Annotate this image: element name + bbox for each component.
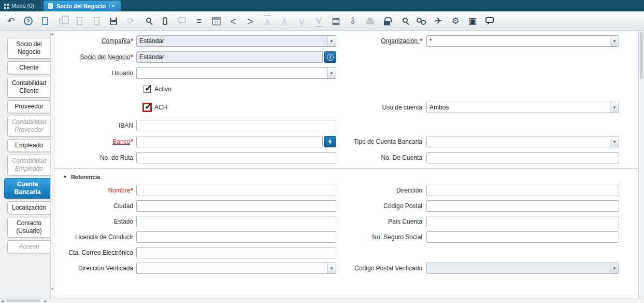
zoom-magnifier-icon (403, 18, 408, 23)
seguro-social-input[interactable] (426, 231, 619, 243)
uso-de-cuenta-select[interactable]: Ambos ▾ (426, 102, 619, 113)
banco-input[interactable] (136, 136, 323, 147)
sidebar-tab-contacto-usuario[interactable]: Contacto (Usuario) (7, 217, 50, 238)
settings-button[interactable]: ⚙ (449, 15, 462, 28)
toggle-grid-button[interactable]: ≡ (192, 15, 206, 28)
print-button[interactable] (363, 15, 377, 28)
sidebar-tab-socio-del-negocio[interactable]: Socio del Negocio (7, 38, 50, 59)
sidebar-tab-localizacion[interactable]: Localización (7, 201, 50, 214)
workflow-button[interactable] (414, 15, 428, 28)
printer-icon (366, 20, 374, 24)
row-iban: IBAN (54, 120, 638, 131)
delete-selection-button[interactable] (90, 15, 103, 28)
usuario-select[interactable]: ▾ (136, 67, 336, 79)
dropdown-arrow-icon[interactable]: ▾ (610, 36, 619, 46)
next-record-button[interactable]: > (244, 15, 257, 28)
scroll-down-icon[interactable]: ▼ (51, 287, 54, 291)
dropdown-arrow-icon[interactable]: ▾ (327, 36, 336, 46)
new-record-button[interactable] (38, 15, 52, 28)
request-button[interactable]: ✈ (432, 15, 445, 28)
row-banco-tipo: Banco* Tipo de Cuenta Bancaria ▾ (54, 136, 638, 147)
undo-button[interactable]: ↶ (4, 15, 18, 28)
save-button[interactable] (107, 15, 120, 28)
tipo-cuenta-bancaria-select[interactable]: ▾ (426, 136, 619, 147)
last-record-button[interactable]: ∨ (312, 15, 325, 28)
parent-record-button[interactable]: ∧ (278, 15, 291, 28)
chat-button[interactable] (175, 15, 189, 28)
calendar-button[interactable]: 31 (209, 15, 223, 28)
report-button[interactable]: ▤ (329, 15, 342, 28)
sidebar-tab-empleado[interactable]: Empleado (7, 139, 50, 152)
dropdown-arrow-icon[interactable]: ▾ (610, 263, 619, 273)
sidebar-tab-cuenta-bancaria[interactable]: Cuenta Bancaria (4, 178, 50, 199)
archive-button[interactable]: ⇩ (346, 15, 360, 28)
close-icon[interactable]: × (109, 3, 116, 9)
licencia-input[interactable] (136, 231, 336, 243)
detail-record-button[interactable]: ∨ (295, 15, 308, 28)
compania-select[interactable]: Estándar ▾ (136, 35, 336, 47)
gear-icon: ⚙ (451, 17, 459, 25)
workflow-nodes-icon (417, 18, 426, 25)
activo-checkbox[interactable]: ✓ (144, 86, 151, 93)
iban-input[interactable] (136, 120, 336, 131)
socio-input[interactable] (136, 51, 323, 63)
sidebar-tab-cliente[interactable]: Cliente (7, 61, 50, 74)
referencia-title: Referencia (71, 174, 100, 180)
no-de-cuenta-label: No. De Cuenta (337, 154, 426, 161)
help-button[interactable]: ? (21, 15, 35, 28)
codigo-postal-verificado-select[interactable]: ▾ (426, 263, 619, 274)
scroll-right-icon[interactable]: ▶ (45, 299, 47, 302)
horizontal-scroll-thumb[interactable] (6, 299, 40, 302)
organizacion-select[interactable]: * ▾ (426, 35, 619, 47)
no-de-cuenta-input[interactable] (426, 152, 619, 163)
find-button[interactable] (141, 15, 154, 28)
delete-record-button[interactable] (73, 15, 86, 28)
sidebar-tab-proveedor[interactable]: Proveedor (7, 100, 50, 113)
sidebar-tab-contabilidad-empleado[interactable]: Contabilidad Empleado (7, 155, 50, 175)
activo-label: Activo (154, 86, 171, 93)
trash-icon (94, 19, 99, 25)
copy-record-button[interactable] (55, 15, 69, 28)
lock-button[interactable] (380, 15, 394, 28)
window-tab-socio-del-negocio[interactable]: Socio del Negocio × (44, 1, 121, 11)
codigo-postal-label: Código Postal (337, 202, 426, 210)
sidebar-tab-contabilidad-proveedor[interactable]: Contabilidad Proveedor (7, 116, 50, 136)
row-verificados: Dirección Verificada ▾ Código Postal Ver… (54, 263, 638, 274)
no-de-ruta-input[interactable] (136, 152, 336, 163)
vertical-scrollbar[interactable] (638, 31, 644, 298)
estado-input[interactable] (136, 216, 336, 227)
refresh-button[interactable]: ⟳ (124, 15, 137, 28)
dropdown-arrow-icon[interactable]: ▾ (327, 263, 336, 273)
zoom-across-button[interactable] (397, 15, 411, 28)
attachment-button[interactable] (158, 15, 171, 28)
window-doc-icon (48, 3, 53, 9)
correo-input[interactable] (136, 247, 336, 258)
pais-cuenta-input[interactable] (426, 216, 619, 227)
ciudad-input[interactable] (136, 200, 336, 212)
sidebar-tab-contabilidad-cliente[interactable]: Contabilidad Cliente (7, 77, 50, 98)
codigo-postal-input[interactable] (426, 200, 619, 212)
dropdown-arrow-icon[interactable]: ▾ (610, 136, 619, 147)
product-info-button[interactable]: ▣ (466, 15, 479, 28)
horizontal-scrollbar[interactable]: ◀ ▶ (0, 298, 644, 303)
dropdown-arrow-icon[interactable]: ▾ (327, 68, 336, 78)
banco-search-button[interactable] (324, 136, 336, 147)
previous-record-button[interactable]: < (226, 15, 240, 28)
vertical-scroll-thumb[interactable] (640, 32, 643, 79)
comment-button[interactable] (483, 15, 496, 28)
nombre-input[interactable] (136, 185, 336, 196)
collapse-triangle-icon[interactable]: ▼ (63, 174, 67, 180)
dropdown-arrow-icon[interactable]: ▾ (610, 102, 619, 113)
record-info-button[interactable]: i (324, 51, 336, 63)
sidebar-tab-acceso[interactable]: Acceso (7, 240, 50, 253)
ach-checkbox[interactable]: ✓ (144, 104, 151, 111)
chevron-right-icon: > (247, 16, 253, 26)
menu-tab[interactable]: Menú (0) (0, 0, 42, 11)
direccion-verificada-select[interactable]: ▾ (136, 263, 336, 274)
ach-label: ACH (154, 104, 167, 111)
sidebar-scrollbar[interactable]: ▲ ▼ (50, 31, 54, 298)
direccion-input[interactable] (426, 185, 619, 196)
first-record-button[interactable]: ∧ (261, 15, 274, 28)
scroll-up-icon[interactable]: ▲ (51, 32, 54, 35)
scroll-left-icon[interactable]: ◀ (1, 299, 4, 302)
